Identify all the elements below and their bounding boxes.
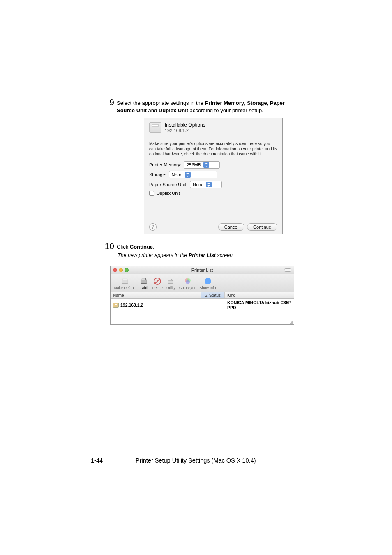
step-text: Select the appropriate settings in the P… [117,98,294,114]
footer-title: Printer Setup Utility Settings (Mac OS X… [136,457,256,464]
duplex-unit-label: Duplex Unit [157,191,180,196]
toolbar-toggle-button[interactable] [284,268,291,272]
step-10: 10 Click Continue. [96,242,294,251]
page-footer: 1-44 Printer Setup Utility Settings (Mac… [91,457,293,464]
printer-icon [149,122,161,133]
printer-memory-select[interactable]: 256MB [184,161,220,169]
printer-memory-label: Printer Memory: [149,162,181,167]
show-info-button[interactable]: i Show Info [200,277,216,290]
dialog-ip: 192.168.1.2 [165,128,205,133]
step-9: 9 Select the appropriate settings in the… [103,98,294,114]
svg-rect-3 [142,278,145,280]
table-row[interactable]: 192.168.1.2 KONICA MINOLTA bizhub C35P P… [111,299,294,311]
step-text: Click Continue. [117,242,154,251]
column-name[interactable]: Name [111,292,201,298]
continue-button[interactable]: Continue [247,223,277,231]
chevron-updown-icon [206,182,212,187]
printer-icon [113,303,119,308]
svg-text:i: i [207,278,208,284]
printer-add-icon [139,277,149,286]
printer-list-window: Printer List Make Default Add Delete [110,266,294,325]
paper-source-unit-select[interactable]: None [190,181,222,188]
svg-line-5 [155,279,160,284]
storage-select[interactable]: None [169,171,217,178]
table-header: Name ▲ Status Kind [111,292,294,299]
window-titlebar: Printer List [111,266,294,274]
sort-ascending-icon: ▲ [205,294,208,298]
printer-name: 192.168.1.2 [120,303,143,308]
close-icon[interactable] [113,268,117,272]
window-title: Printer List [191,268,213,273]
step-result-note: The new printer appears in the Printer L… [118,252,294,258]
column-kind[interactable]: Kind [225,292,294,298]
resize-grip-icon[interactable] [289,320,293,324]
info-icon: i [203,277,213,286]
dialog-title: Installable Options [165,122,205,128]
installable-options-dialog: Installable Options 192.168.1.2 Make sur… [144,118,283,234]
toolbar: Make Default Add Delete Utility [111,274,294,292]
chevron-updown-icon [203,162,209,168]
printer-kind: KONICA MINOLTA bizhub C35P PPD [227,300,291,310]
step-number: 9 [103,98,114,106]
step-number: 10 [96,242,114,250]
dialog-note: Make sure your printer's options are acc… [149,141,277,157]
printer-wrench-icon [166,277,176,286]
make-default-button[interactable]: Make Default [114,277,136,290]
no-entry-icon [152,277,162,286]
colorsync-icon [183,277,193,286]
minimize-icon[interactable] [119,268,123,272]
colorsync-button[interactable]: ColorSync [179,277,196,290]
paper-source-unit-label: Paper Source Unit: [149,182,187,187]
help-button[interactable]: ? [149,223,157,231]
zoom-icon[interactable] [125,268,129,272]
duplex-unit-checkbox[interactable] [149,191,154,196]
add-button[interactable]: Add [139,277,149,290]
svg-point-9 [186,280,190,284]
printer-check-icon [120,277,130,286]
dialog-header: Installable Options 192.168.1.2 [144,118,282,136]
svg-rect-1 [123,278,127,280]
chevron-updown-icon [185,172,191,178]
page-number: 1-44 [91,457,103,464]
delete-button[interactable]: Delete [152,277,163,290]
column-status[interactable]: ▲ Status [201,292,225,298]
footer-divider [91,455,293,455]
cancel-button[interactable]: Cancel [218,223,244,231]
storage-label: Storage: [149,172,166,177]
utility-button[interactable]: Utility [166,277,176,290]
